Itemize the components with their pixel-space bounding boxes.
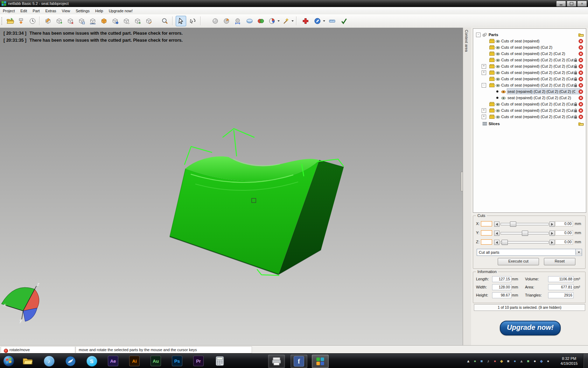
eye-icon[interactable]	[496, 109, 500, 113]
tray-icon[interactable]: ●	[472, 358, 478, 364]
taskbar-calculator[interactable]	[212, 355, 228, 367]
edit-part-button[interactable]	[43, 16, 53, 26]
tray-icon[interactable]: ●	[532, 358, 538, 364]
tray-icon[interactable]: ♪	[485, 358, 491, 364]
show-desktop-button[interactable]	[583, 354, 588, 368]
menu-view[interactable]: View	[59, 8, 73, 14]
repair-button[interactable]	[300, 16, 311, 26]
duplicate-part-button[interactable]	[76, 16, 87, 26]
cut-mode-select[interactable]: Cut all parts	[477, 249, 582, 256]
tree-item[interactable]: + Cuts of seat (repaired) (Cut 2) (Cut 2…	[473, 69, 586, 76]
tray-icon[interactable]: ▲	[465, 358, 471, 364]
repair-wand-button[interactable]	[281, 16, 291, 26]
tree-item[interactable]: Cuts of seat (repaired) (Cut 2) (Cut 2) …	[473, 57, 586, 63]
cut-z-slider[interactable]	[500, 241, 549, 244]
minimize-button[interactable]	[556, 1, 566, 7]
tree-root-parts[interactable]: - Parts	[473, 32, 586, 38]
cut-x-slider[interactable]	[500, 223, 549, 225]
tray-icon[interactable]: ■	[525, 358, 531, 364]
viewport-3d[interactable]: x y z [ 20:31:34 ]There has been some is…	[0, 28, 463, 345]
tree-item[interactable]: + Cuts of seat (repaired) (Cut 2) (Cut 2…	[473, 63, 586, 69]
cut-z-input[interactable]	[481, 239, 492, 245]
open-folder-icon[interactable]	[578, 33, 584, 37]
open-folder-icon[interactable]	[578, 122, 584, 126]
tray-icon[interactable]: ◆	[539, 358, 544, 364]
taskbar-clock[interactable]: 8:32 PM 4/19/2015	[556, 356, 582, 366]
menu-upgrade[interactable]: Upgrade now!	[106, 8, 136, 14]
tree-item[interactable]: - Cuts of seat (repaired) (Cut 2) (Cut 2…	[473, 82, 586, 88]
machine-cube-button[interactable]	[110, 16, 120, 26]
tree-item[interactable]: Cuts of seat (repaired) (Cut 2) (Cut 2) …	[473, 101, 586, 107]
eye-icon[interactable]	[496, 115, 500, 119]
taskbar-photoshop[interactable]: Ps	[169, 355, 185, 367]
execute-cut-button[interactable]: Execute cut	[498, 258, 539, 265]
eye-icon[interactable]	[496, 77, 500, 81]
menu-part[interactable]: Part	[30, 8, 42, 14]
eye-visible-icon[interactable]	[501, 90, 506, 94]
slider-left-arrow[interactable]	[494, 240, 499, 245]
edit-mesh-dropdown[interactable]	[322, 18, 326, 23]
cut-z-value[interactable]: 0.00	[555, 239, 573, 245]
repair-wand-dropdown[interactable]	[290, 18, 294, 23]
tray-icon[interactable]: ◆	[499, 358, 504, 364]
export-part-button[interactable]	[16, 16, 27, 26]
view-mode-button[interactable]	[267, 16, 277, 26]
cut-sphere-button[interactable]	[221, 16, 232, 26]
menu-settings[interactable]: Settings	[73, 8, 92, 14]
tray-icon[interactable]: ●	[545, 358, 551, 364]
tree-root-slices[interactable]: Slices	[473, 121, 586, 127]
measure-cube-button[interactable]	[144, 16, 154, 26]
eye-icon[interactable]	[496, 71, 500, 75]
slider-handle[interactable]	[522, 231, 528, 236]
open-project-button[interactable]	[5, 16, 15, 26]
select-tool-button[interactable]	[176, 16, 186, 26]
start-button[interactable]	[3, 355, 15, 367]
slice-button[interactable]	[244, 16, 255, 26]
eye-icon[interactable]	[496, 65, 500, 68]
menu-help[interactable]: Help	[92, 8, 106, 14]
parts-tree[interactable]: - Parts Cuts of seat (repaired) Cuts of …	[473, 28, 586, 213]
tray-icon[interactable]: ●	[512, 358, 518, 364]
tree-item[interactable]: + Cuts of seat (repaired) (Cut 2) (Cut 2…	[473, 114, 586, 120]
restore-button[interactable]	[567, 1, 576, 7]
eye-icon[interactable]	[496, 59, 500, 62]
cut-x-input[interactable]	[481, 221, 492, 226]
measure-button[interactable]	[327, 16, 337, 26]
tree-item-selected[interactable]: seat (repaired) (Cut 2) (Cut 2) (Cut 2) …	[473, 88, 586, 95]
zoom-button[interactable]	[160, 16, 170, 26]
cut-y-slider[interactable]	[500, 232, 549, 234]
tray-icon[interactable]: ●	[492, 358, 498, 364]
validate-button[interactable]	[339, 16, 349, 26]
remove-part-cube-button[interactable]	[65, 16, 76, 26]
cut-y-value[interactable]: 0.00	[555, 230, 573, 236]
eye-icon[interactable]	[496, 46, 500, 49]
cut-y-input[interactable]	[481, 230, 492, 236]
eye-icon[interactable]	[496, 103, 500, 106]
taskbar-explorer[interactable]	[20, 355, 36, 367]
edit-mesh-button[interactable]	[312, 16, 323, 26]
taskbar-netfabb-active[interactable]	[312, 355, 329, 368]
taskbar-skype[interactable]: S	[84, 355, 100, 367]
tray-icon[interactable]: ▲	[519, 358, 524, 364]
toolbar-grip[interactable]	[1, 17, 3, 25]
project-history-button[interactable]	[27, 16, 38, 26]
eye-hidden-icon[interactable]	[501, 96, 506, 100]
menu-edit[interactable]: Edit	[18, 8, 30, 14]
reset-button[interactable]: Reset	[544, 258, 575, 265]
slider-handle[interactable]	[502, 240, 508, 245]
slider-handle[interactable]	[510, 222, 516, 227]
expand-icon[interactable]: +	[482, 108, 486, 113]
scale-sphere-button[interactable]	[232, 16, 243, 26]
arrange-cube-button[interactable]	[132, 16, 143, 26]
add-part-cube-button[interactable]	[54, 16, 64, 26]
seat-model[interactable]	[170, 156, 344, 274]
rotate-tool-button[interactable]	[188, 16, 198, 26]
taskbar-premiere[interactable]: Pr	[190, 355, 206, 367]
slider-left-arrow[interactable]	[494, 231, 499, 236]
taskbar-file-app[interactable]: f	[290, 355, 307, 368]
tray-icon[interactable]: ■	[479, 358, 484, 364]
title-bar[interactable]: netfabb Basic 5.2 - seat.fabbproject ×	[0, 0, 588, 7]
menu-project[interactable]: Project	[0, 8, 18, 14]
taskbar-itunes[interactable]: ♪	[41, 355, 57, 367]
tree-item[interactable]: Cuts of seat (repaired) (Cut 2) (Cut 2) …	[473, 76, 586, 82]
